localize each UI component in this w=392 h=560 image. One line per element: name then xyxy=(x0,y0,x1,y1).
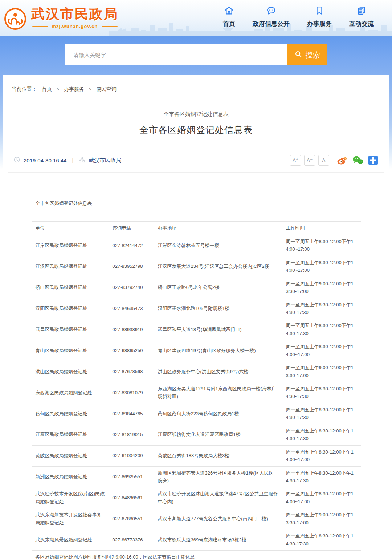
registry-table: 全市各区婚姻登记处信息表 单位 咨询电话 办事地址 工作时间 江岸区民政局婚姻登… xyxy=(32,197,361,560)
cell-address: 青山区建设四路19号(青山区政务服务大楼一楼) xyxy=(154,340,282,361)
site-header: 武汉市民政局 mzj.wuhan.gov.cn 首页 xyxy=(0,0,392,36)
cell-address: 武汉市高新大道777号光谷公共服务中心(南四门二楼) xyxy=(154,508,282,529)
cell-hours: 周一至周五上午8:30-12:00下午14:30-17:30 xyxy=(282,319,361,340)
article-source: 武汉市民政局 xyxy=(89,157,121,164)
cell-hours: 周一至周五上午8:30-12:00下午14:30-17:30 xyxy=(282,298,361,319)
cell-phone: 027-67880551 xyxy=(109,508,154,529)
cell-hours: 周一至周五上午8:30-12:00下午14:00~17:00 xyxy=(282,256,361,277)
breadcrumb-link-home[interactable]: 首页 xyxy=(42,86,52,93)
breadcrumb-link-services[interactable]: 办事服务 xyxy=(64,86,84,93)
domain-decor-line xyxy=(102,26,118,27)
site-logo[interactable]: 武汉市民政局 mzj.wuhan.gov.cn xyxy=(4,7,118,32)
table-row: 硚口区民政局婚姻登记处 027-83792740 硚口区工农路6号老年公寓2楼 … xyxy=(32,277,361,298)
cell-hours: 周一至周五上午8:30-12:00下午14:00~17:00 xyxy=(282,235,361,256)
cell-address: 武汉市经济开发区珠山湖大道振华路47号(区公共卫生服务中心内) xyxy=(154,487,282,508)
cell-phone: 027-69844765 xyxy=(109,403,154,424)
font-reset-button[interactable]: A xyxy=(318,155,329,166)
breadcrumb-prefix: 当前位置： xyxy=(12,86,37,93)
nav-item-home[interactable]: 首页 xyxy=(223,5,235,28)
breadcrumb-link-query[interactable]: 便民查询 xyxy=(96,86,117,93)
cell-hours: 周一至周五上午8:30-12:00下午14:00~17:00 xyxy=(282,445,361,466)
breadcrumb: 当前位置： 首页 > 办事服务 > 便民查询 xyxy=(3,75,389,93)
breadcrumb-separator: > xyxy=(89,87,91,92)
content-panel: 当前位置： 首页 > 办事服务 > 便民查询 全市各区婚姻登记处信息表 全市各区… xyxy=(3,75,389,560)
cell-hours: 周一至周五上午8:30-12:00下午14:30-17:30 xyxy=(282,424,361,445)
nav-item-interaction[interactable]: 互动交流 xyxy=(349,5,374,28)
chat-bubble-icon xyxy=(266,5,276,16)
font-increase-button[interactable]: A⁺ xyxy=(290,155,301,166)
cell-phone: 027-84635473 xyxy=(109,298,154,319)
brand-domain: mzj.wuhan.gov.cn xyxy=(52,24,98,29)
cell-hours: 周一至周五上午8:30-12:00下午14:00~17:00 xyxy=(282,487,361,508)
table-row: 黄陂区民政局婚姻登记处 027-61004200 黄陂区百秀街183号民政局大楼… xyxy=(32,445,361,466)
table-caption-row: 全市各区婚姻登记处信息表 xyxy=(32,197,361,210)
cell-unit: 武汉经济技术开发区(汉南区)民政局婚姻登记处 xyxy=(32,487,109,508)
table-row: 蔡甸区民政局婚姻登记处 027-69844765 蔡甸区蔡甸大街223号蔡甸区民… xyxy=(32,403,361,424)
meta-separator: | xyxy=(72,157,73,163)
cell-unit: 青山区民政局婚姻登记处 xyxy=(32,340,109,361)
table-row: 武昌区民政局婚姻登记处 027-88938919 武昌区和平大道18号(华润凤凰… xyxy=(32,319,361,340)
table-row: 武汉经济技术开发区(汉南区)民政局婚姻登记处 027-84896561 武汉市经… xyxy=(32,487,361,508)
cell-hours: 周一至周五上午9:00-12:00下午13:30-17:00 xyxy=(282,277,361,298)
cell-unit: 武昌区民政局婚姻登记处 xyxy=(32,319,109,340)
table-row: 洪山区民政局婚姻登记处 027-87678568 洪山区政务服务中心(洪山区文秀… xyxy=(32,361,361,382)
table-row: 新洲区民政局婚姻登记处 027-86925551 新洲区邾城街齐安大道326号社… xyxy=(32,466,361,487)
cell-unit: 武汉东湖新技术开发区社会事务局婚姻登记处 xyxy=(32,508,109,529)
column-header-address: 办事地址 xyxy=(154,222,282,235)
cell-address: 洪山区政务服务中心(洪山区文秀街9号)六楼 xyxy=(154,361,282,382)
cell-hours: 周一至周五上午8:30-12:00下午14:30-17:30 xyxy=(282,382,361,403)
cell-phone: 027-83792740 xyxy=(109,277,154,298)
search-icon xyxy=(294,50,302,60)
cell-phone: 027-87678568 xyxy=(109,361,154,382)
cell-address: 江夏区纸坊街文化大道江夏区民政局1楼 xyxy=(154,424,282,445)
cell-address: 江岸区金涛翰林苑五号楼一楼 xyxy=(154,235,282,256)
cell-unit: 洪山区民政局婚姻登记处 xyxy=(32,361,109,382)
cell-address: 汉阳区墨水湖北路105号附属楼1楼 xyxy=(154,298,282,319)
cell-unit: 东西湖区民政局婚姻登记处 xyxy=(32,382,109,403)
nav-item-services[interactable]: 办事服务 xyxy=(307,5,332,28)
cell-unit: 江夏区民政局婚姻登记处 xyxy=(32,424,109,445)
cell-phone: 027-82414472 xyxy=(109,235,154,256)
home-icon xyxy=(224,5,234,16)
table-caption: 全市各区婚姻登记处信息表 xyxy=(32,197,361,210)
cell-address: 江汉区发展大道234号(江汉区总工会办公楼内)C区2楼 xyxy=(154,256,282,277)
share-plus-icon[interactable] xyxy=(368,155,378,165)
table-row: 江夏区民政局婚姻登记处 027-81819015 江夏区纸坊街文化大道江夏区民政… xyxy=(32,424,361,445)
cell-phone: 027-86773376 xyxy=(109,529,154,551)
cell-address: 武昌区和平大道18号(华润凤凰城西门口) xyxy=(154,319,282,340)
nav-item-gov-info[interactable]: 政府信息公开 xyxy=(253,5,290,28)
clock-icon xyxy=(14,157,20,164)
search-band: 搜索 xyxy=(0,36,392,75)
table-row: 汉阳区民政局婚姻登记处 027-84635473 汉阳区墨水湖北路105号附属楼… xyxy=(32,298,361,319)
font-decrease-button[interactable]: A⁻ xyxy=(304,155,315,166)
table-row: 江岸区民政局婚姻登记处 027-82414472 江岸区金涛翰林苑五号楼一楼 周… xyxy=(32,235,361,256)
weibo-icon[interactable] xyxy=(337,156,348,165)
publish-date: 2019-04-30 16:44 xyxy=(24,157,66,164)
table-row: 江汉区民政局婚姻登记处 027-83952798 江汉区发展大道234号(江汉区… xyxy=(32,256,361,277)
brand-title: 武汉市民政局 xyxy=(31,7,118,21)
breadcrumb-separator: > xyxy=(57,87,59,92)
table-row: 青山区民政局婚姻登记处 027-68865250 青山区建设四路19号(青山区政… xyxy=(32,340,361,361)
wechat-icon[interactable] xyxy=(352,156,364,165)
cell-phone: 027-86925551 xyxy=(109,466,154,487)
cell-address: 硚口区工农路6号老年公寓2楼 xyxy=(154,277,282,298)
cell-hours: 周一至周五上午8:30-12:00下午14:30-17:30 xyxy=(282,529,361,551)
cell-unit: 江汉区民政局婚姻登记处 xyxy=(32,256,109,277)
brand-text: 武汉市民政局 mzj.wuhan.gov.cn xyxy=(31,7,118,29)
cell-address: 黄陂区百秀街183号民政局大楼3楼 xyxy=(154,445,282,466)
cell-phone: 027-88938919 xyxy=(109,319,154,340)
table-row: 武汉东湖新技术开发区社会事务局婚姻登记处 027-67880551 武汉市高新大… xyxy=(32,508,361,529)
documents-icon xyxy=(356,5,367,16)
search-input[interactable] xyxy=(65,44,287,65)
cell-address: 新洲区邾城街齐安大道326号社区服务大楼1楼(区人民医院旁) xyxy=(154,466,282,487)
table-note-row: 各区局婚姻登记处周六延时服务时间为9:00-16:00，国家法定节假日正常休息 xyxy=(32,551,361,560)
cell-unit: 汉阳区民政局婚姻登记处 xyxy=(32,298,109,319)
cell-address: 东西湖区东吴大道1291号附1东西湖区民政局一楼(海林广场斜对面) xyxy=(154,382,282,403)
cell-address: 武汉市欢乐大道369号东湖建材市场3栋2楼 xyxy=(154,529,282,551)
cell-unit: 江岸区民政局婚姻登记处 xyxy=(32,235,109,256)
search-button[interactable]: 搜索 xyxy=(287,44,327,65)
cell-phone: 027-83081079 xyxy=(109,382,154,403)
civil-affairs-emblem-icon xyxy=(4,7,27,32)
cell-phone: 027-68865250 xyxy=(109,340,154,361)
article-subtitle: 全市各区婚姻登记处信息表 xyxy=(3,111,389,118)
